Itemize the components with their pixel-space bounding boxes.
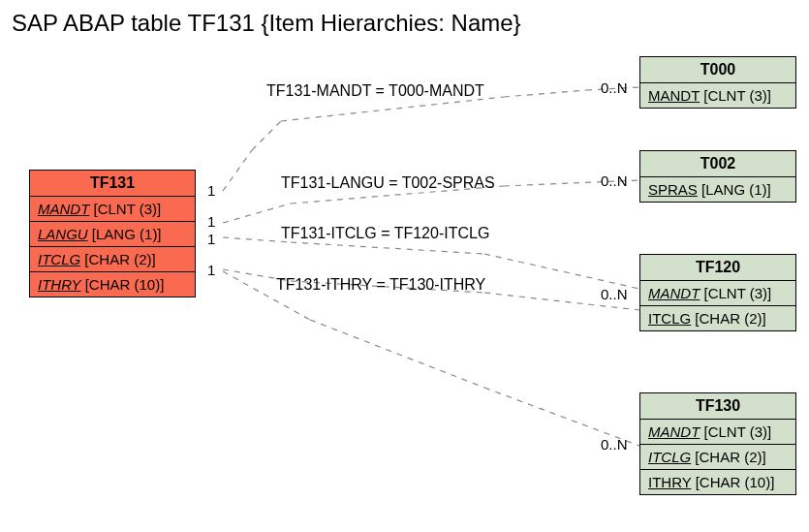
entity-tf120-header: TF120 bbox=[640, 255, 795, 281]
entity-t002: T002 SPRAS [LANG (1)] bbox=[639, 150, 796, 203]
entity-t000-field-mandt: MANDT [CLNT (3)] bbox=[640, 83, 795, 108]
relation-label-r1: TF131-MANDT = T000-MANDT bbox=[266, 82, 484, 100]
relation-label-r2: TF131-LANGU = T002-SPRAS bbox=[281, 174, 495, 192]
relation-label-r4: TF131-ITHRY = TF130-ITHRY bbox=[276, 276, 485, 294]
card-left-r4: 1 bbox=[207, 262, 215, 278]
page-title: SAP ABAP table TF131 {Item Hierarchies: … bbox=[12, 10, 521, 37]
card-left-r3: 1 bbox=[207, 231, 215, 247]
svg-line-0 bbox=[223, 150, 252, 191]
entity-tf131-field-ithry: ITHRY [CHAR (10)] bbox=[30, 272, 195, 297]
svg-line-15 bbox=[310, 320, 484, 388]
card-right-r5: 0..N bbox=[601, 436, 628, 453]
entity-tf131-header: TF131 bbox=[30, 171, 195, 197]
card-right-r4: 0..N bbox=[601, 286, 628, 302]
svg-line-3 bbox=[504, 90, 586, 97]
relation-label-r3: TF131-ITCLG = TF120-ITCLG bbox=[281, 225, 489, 242]
entity-tf131-field-itclg: ITCLG [CHAR (2)] bbox=[30, 247, 195, 272]
entity-tf130-field-mandt: MANDT [CLNT (3)] bbox=[640, 420, 795, 445]
entity-tf120-field-mandt: MANDT [CLNT (3)] bbox=[640, 281, 795, 306]
entity-tf131-field-mandt: MANDT [CLNT (3)] bbox=[30, 197, 195, 222]
card-left-r2: 1 bbox=[207, 213, 215, 230]
entity-tf130-header: TF130 bbox=[640, 393, 795, 420]
entity-t000-header: T000 bbox=[640, 57, 795, 83]
entity-t002-field-spras: SPRAS [LANG (1)] bbox=[640, 177, 795, 202]
svg-line-5 bbox=[223, 203, 291, 223]
entity-tf120-field-itclg: ITCLG [CHAR (2)] bbox=[640, 306, 795, 330]
svg-line-9 bbox=[291, 242, 484, 254]
svg-line-2 bbox=[281, 97, 504, 121]
svg-line-10 bbox=[484, 254, 639, 289]
entity-t002-header: T002 bbox=[640, 151, 795, 177]
entity-tf130: TF130 MANDT [CLNT (3)] ITCLG [CHAR (2)] … bbox=[639, 392, 796, 495]
entity-tf131-field-langu: LANGU [LANG (1)] bbox=[30, 222, 195, 247]
entity-tf130-field-ithry: ITHRY [CHAR (10)] bbox=[640, 470, 795, 494]
entity-tf131: TF131 MANDT [CLNT (3)] LANGU [LANG (1)] … bbox=[29, 170, 196, 297]
card-right-r1: 0..N bbox=[601, 79, 628, 96]
svg-line-1 bbox=[252, 121, 281, 150]
entity-t000: T000 MANDT [CLNT (3)] bbox=[639, 56, 796, 109]
entity-tf120: TF120 MANDT [CLNT (3)] ITCLG [CHAR (2)] bbox=[639, 254, 796, 331]
card-left-r1: 1 bbox=[207, 182, 215, 199]
card-right-r2: 0..N bbox=[601, 172, 628, 189]
entity-tf130-field-itclg: ITCLG [CHAR (2)] bbox=[640, 445, 795, 470]
